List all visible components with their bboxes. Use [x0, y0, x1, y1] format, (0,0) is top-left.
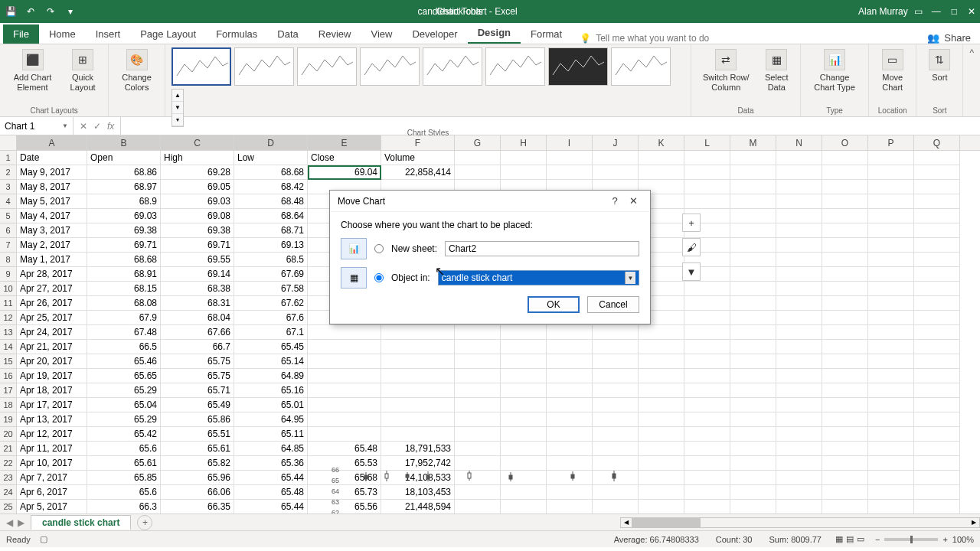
cell[interactable] — [914, 180, 960, 194]
cell[interactable]: May 8, 2017 — [17, 180, 87, 194]
zoom-in-button[interactable]: + — [942, 535, 947, 544]
cell[interactable] — [776, 369, 822, 383]
cell[interactable] — [639, 456, 684, 471]
tab-formulas[interactable]: Formulas — [206, 24, 267, 44]
tab-file[interactable]: File — [3, 24, 39, 44]
cell[interactable]: Apr 21, 2017 — [17, 340, 87, 354]
cell[interactable] — [455, 151, 501, 165]
row-header[interactable]: 1 — [0, 151, 17, 165]
cell[interactable] — [639, 500, 684, 514]
cell[interactable] — [776, 253, 822, 267]
cell[interactable] — [730, 500, 776, 514]
cell[interactable]: Apr 10, 2017 — [17, 456, 87, 471]
cell[interactable] — [914, 267, 960, 282]
cell[interactable]: 65.49 — [161, 398, 234, 412]
cell[interactable]: 65.73 — [308, 485, 381, 500]
cell[interactable]: 67.1 — [234, 325, 308, 340]
cell[interactable] — [776, 282, 822, 296]
chart-style-6[interactable] — [485, 47, 545, 86]
cell[interactable] — [730, 456, 776, 471]
cell[interactable] — [730, 383, 776, 398]
tab-insert[interactable]: Insert — [86, 24, 131, 44]
column-header[interactable]: C — [161, 135, 234, 150]
ok-button[interactable]: OK — [528, 296, 580, 313]
cell[interactable] — [914, 442, 960, 456]
cell[interactable] — [730, 180, 776, 194]
chart-style-5[interactable] — [423, 47, 482, 86]
cell[interactable] — [868, 369, 914, 383]
cell[interactable]: 69.03 — [161, 194, 234, 209]
cell[interactable] — [868, 456, 914, 471]
fx-icon[interactable]: fx — [107, 121, 114, 132]
cell[interactable] — [593, 165, 639, 180]
cell[interactable]: 68.68 — [87, 253, 161, 267]
cell[interactable] — [684, 180, 730, 194]
cell[interactable] — [776, 500, 822, 514]
cell[interactable] — [914, 282, 960, 296]
column-header[interactable]: H — [501, 135, 547, 150]
column-header[interactable]: L — [684, 135, 730, 150]
cell[interactable] — [776, 267, 822, 282]
column-header[interactable]: P — [868, 135, 914, 150]
formula-bar[interactable] — [121, 117, 980, 135]
collapse-ribbon-icon[interactable]: ^ — [963, 44, 980, 116]
cell[interactable] — [868, 165, 914, 180]
select-data-button[interactable]: ▦Select Data — [760, 47, 794, 94]
cell[interactable] — [455, 485, 501, 500]
cell[interactable]: 68.97 — [87, 180, 161, 194]
cell[interactable]: 65.48 — [308, 442, 381, 456]
cell[interactable] — [684, 456, 730, 471]
column-header[interactable]: A — [17, 135, 87, 150]
cell[interactable] — [868, 442, 914, 456]
cell[interactable]: 65.51 — [161, 427, 234, 442]
cell[interactable]: Apr 28, 2017 — [17, 267, 87, 282]
column-header[interactable]: F — [381, 135, 455, 150]
row-header[interactable]: 2 — [0, 165, 17, 180]
cell[interactable]: 68.5 — [234, 253, 308, 267]
cell[interactable]: 69.05 — [161, 180, 234, 194]
chart-style-7[interactable] — [548, 47, 608, 86]
sheet-nav-next[interactable]: ▶ — [18, 517, 24, 528]
cell[interactable] — [914, 151, 960, 165]
sheet-nav-prev[interactable]: ◀ — [6, 517, 13, 528]
cell[interactable] — [730, 340, 776, 354]
cell[interactable] — [776, 354, 822, 369]
tab-format[interactable]: Format — [521, 24, 572, 44]
cell[interactable]: Date — [17, 151, 87, 165]
cell[interactable] — [868, 471, 914, 485]
object-in-select[interactable]: candle stick chart ▼ — [438, 270, 639, 285]
cell[interactable] — [868, 238, 914, 253]
cell[interactable] — [684, 412, 730, 427]
row-header[interactable]: 7 — [0, 238, 17, 253]
cell[interactable] — [822, 485, 868, 500]
cancel-button[interactable]: Cancel — [587, 296, 639, 313]
cell[interactable] — [730, 311, 776, 325]
cell[interactable] — [868, 253, 914, 267]
cell[interactable]: High — [161, 151, 234, 165]
cell[interactable] — [914, 354, 960, 369]
cell[interactable] — [593, 485, 639, 500]
cell[interactable] — [822, 427, 868, 442]
move-chart-button[interactable]: ▭Move Chart — [875, 47, 910, 94]
cell[interactable] — [501, 456, 547, 471]
cell[interactable]: 68.64 — [234, 209, 308, 223]
row-header[interactable]: 11 — [0, 296, 17, 311]
cell[interactable] — [914, 412, 960, 427]
cell[interactable]: 67.58 — [234, 282, 308, 296]
cell[interactable]: Apr 27, 2017 — [17, 282, 87, 296]
cell[interactable] — [868, 354, 914, 369]
chart-style-4[interactable] — [360, 47, 420, 86]
cell[interactable] — [639, 151, 684, 165]
cell[interactable]: Open — [87, 151, 161, 165]
cell[interactable]: 67.66 — [161, 325, 234, 340]
cell[interactable] — [730, 267, 776, 282]
row-header[interactable]: 12 — [0, 311, 17, 325]
cell[interactable] — [822, 354, 868, 369]
cell[interactable]: 68.42 — [234, 180, 308, 194]
redo-icon[interactable]: ↷ — [44, 5, 57, 18]
cell[interactable] — [684, 165, 730, 180]
cell[interactable]: 67.9 — [87, 311, 161, 325]
cell[interactable] — [822, 296, 868, 311]
column-header[interactable]: G — [455, 135, 501, 150]
cell[interactable] — [822, 325, 868, 340]
